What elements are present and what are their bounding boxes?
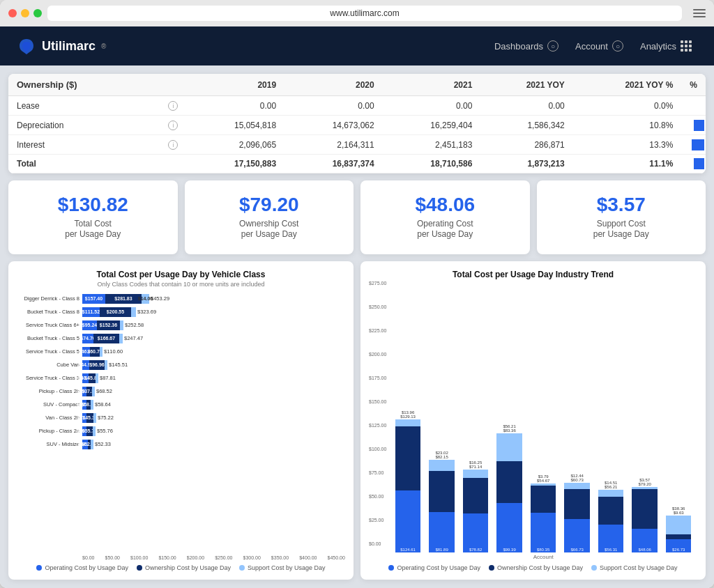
metric-value: $130.82: [20, 194, 167, 216]
legend-dot: [239, 565, 245, 571]
vbar-top-label: $3.79$54.67: [537, 474, 549, 483]
vbar-ownership-seg: [429, 471, 454, 512]
vbar-col: $3.79$54.67 $80.35: [527, 474, 559, 552]
vbar-ownership-seg: [496, 461, 522, 503]
table-row-yoy-pct: 11.1%: [573, 155, 682, 173]
col-header-bar: %: [681, 74, 706, 96]
hbar-row-bars: $44.97 $96.96 $145.51: [82, 359, 345, 371]
vbar-col: $56.21$83.36 $99.39: [494, 424, 526, 552]
hbar-total-label: $68.52: [96, 388, 112, 394]
vbar-y-label: $250.00: [369, 304, 386, 309]
col-header-2019: 2019: [186, 74, 284, 96]
vbar-stack: $38.36$9.63 $26.73: [662, 506, 694, 552]
hbar-axis-label: $200.00: [187, 555, 204, 560]
vbar-operating-label: $99.39: [503, 548, 515, 552]
hbar-row-label: SUV - Compact: [17, 401, 79, 408]
nav-account[interactable]: Account ○: [568, 36, 630, 56]
hbar-row-bars: $111.52 $200.55 $323.69: [82, 307, 345, 318]
col-header-name: Ownership ($): [8, 74, 137, 96]
hbar-support: [120, 320, 123, 330]
vbar-stack: $12.44$60.73 $66.73: [561, 474, 593, 552]
metric-label: Support Costper Usage Day: [548, 219, 695, 240]
metric-label: Operating Costper Usage Day: [372, 219, 519, 240]
table-row-info: i: [137, 135, 186, 155]
nav-dashboards-label: Dashboards: [494, 41, 543, 52]
hbar-row-label: Van - Class 2b: [17, 415, 79, 421]
table-row-2021: 18,710,586: [383, 155, 481, 173]
hbar-ownership: $200.55: [100, 307, 131, 317]
dashboard-area: Ownership ($) 2019 2020 2021 2021 YOY 20…: [0, 65, 714, 588]
table-row-bar: [681, 96, 706, 116]
analytics-grid-icon: [681, 40, 690, 52]
legend-dot: [591, 565, 597, 571]
vbar-y-label: $125.00: [369, 423, 386, 428]
hbar-row-bars: $95.24 $152.36 $252.58: [82, 320, 345, 331]
vbar-top-label: $3.57$79.20: [639, 478, 651, 487]
vbar-top-label: $16.25$71.14: [469, 461, 482, 470]
vbar-ownership-seg: [564, 489, 589, 519]
table-row-name: Interest: [8, 135, 137, 155]
close-button[interactable]: [8, 9, 17, 17]
minimize-button[interactable]: [21, 9, 29, 17]
vbar-y-axis: $275.00$250.00$225.00$200.00$175.00$150.…: [369, 281, 386, 560]
hbar-operating: $74.76: [82, 334, 93, 343]
logo-text: Utilimarc: [42, 39, 96, 54]
table-row-2019: 0.00: [186, 96, 284, 116]
hbar-operating: $44.97: [82, 360, 89, 370]
table-row-yoy-pct: 10.8%: [573, 116, 682, 135]
col-header-info: [137, 74, 186, 96]
hbar-ownership: $60.72: [90, 347, 100, 357]
vbar-col: $12.44$60.73 $66.73: [561, 474, 593, 552]
table-row-2019: 2,096,065: [186, 135, 284, 155]
hbar-row-bars: $46.44 $60.72 $110.60: [82, 346, 345, 357]
vbar-col: $38.36$9.63 $26.73: [662, 506, 694, 552]
url-bar[interactable]: www.utilimarc.com: [47, 6, 682, 21]
browser-menu-icon[interactable]: [693, 9, 706, 17]
hbar-row-label: Digger Derrick - Class 8: [17, 295, 79, 302]
vbar-stack: $13.96$129.13 $124.61: [392, 410, 424, 552]
vbar-support-seg: [598, 490, 623, 497]
vbar-operating-seg: $48.06: [632, 529, 657, 552]
browser-toolbar: www.utilimarc.com: [0, 0, 714, 26]
vbar-support-seg: [666, 516, 691, 534]
legend-label: Ownership Cost by Usage Day: [145, 564, 231, 571]
navbar-nav: Dashboards ○ Account ○ Analytics: [487, 36, 697, 56]
table-row-info: [137, 155, 186, 173]
maximize-button[interactable]: [33, 9, 42, 17]
vbar-support-seg: [395, 419, 420, 426]
hbar-row-label: Service Truck - Class 3: [17, 375, 79, 381]
hbar-row: Digger Derrick - Class 8 $157.40 $281.83…: [17, 293, 345, 304]
vbar-operating-seg: $80.35: [531, 513, 556, 552]
vbar-col: $16.25$71.14 $78.82: [459, 461, 492, 552]
dashboards-icon: ○: [547, 40, 559, 52]
table-row-bar: [681, 135, 706, 155]
nav-dashboards[interactable]: Dashboards ○: [487, 36, 565, 56]
vbar-stack: $3.57$79.20 $48.06: [629, 478, 661, 552]
vbar-y-label: $150.00: [369, 399, 386, 404]
table-row-2019: 17,150,883: [186, 155, 284, 173]
legend-dot: [489, 565, 494, 571]
nav-analytics[interactable]: Analytics: [633, 36, 697, 56]
hbar-operating: $95.24: [82, 320, 97, 330]
logo-icon: [17, 36, 36, 56]
metric-card-2: $48.06 Operating Costper Usage Day: [360, 180, 530, 254]
hbar-total-label: $252.58: [125, 322, 144, 328]
hbar-row-label: Pickup - Class 2b: [17, 388, 79, 394]
hbar-legend-item: Support Cost by Usage Day: [239, 564, 326, 571]
table-row-yoy: 286,871: [480, 135, 572, 155]
metric-value: $79.20: [196, 194, 343, 216]
nav-analytics-label: Analytics: [640, 41, 676, 52]
hbar-support: [93, 426, 96, 436]
vbar-top-label: $56.21$83.36: [503, 424, 515, 433]
legend-label: Ownership Cost by Usage Day: [497, 564, 583, 571]
vbar-operating-label: $81.89: [435, 548, 448, 552]
table-row-2020: 16,837,374: [284, 155, 383, 173]
metric-value: $3.57: [548, 194, 695, 216]
table-row-yoy: 1,873,213: [480, 155, 572, 173]
vbar-stack: $23.02$82.15 $81.89: [426, 451, 458, 552]
col-header-yoy-pct: 2021 YOY %: [573, 74, 682, 96]
vbar-operating-label: $66.73: [570, 548, 583, 552]
vbar-top-label: $13.96$129.13: [400, 410, 416, 419]
vbar-operating-seg: $99.39: [496, 503, 522, 552]
table-row-yoy-pct: 13.3%: [573, 135, 682, 155]
